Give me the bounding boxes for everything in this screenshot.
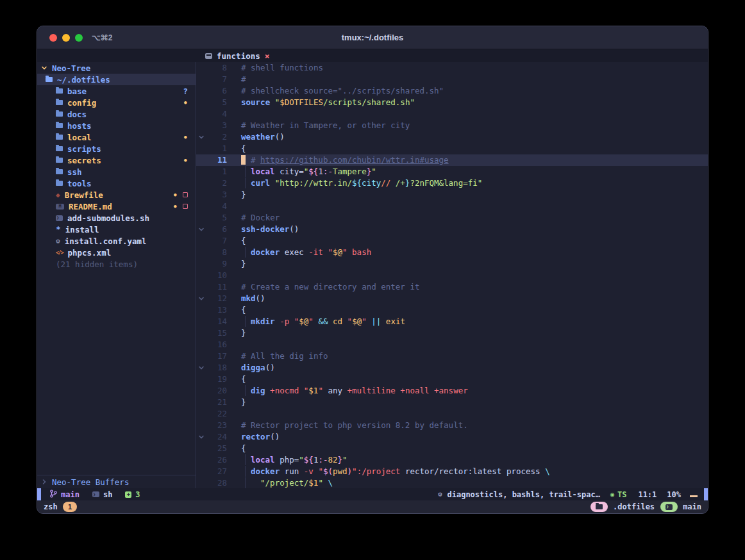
tree-item-secrets[interactable]: secrets• [37, 154, 196, 166]
tmux-window-name[interactable]: zsh [44, 502, 58, 511]
code-line[interactable]: 2weather() [196, 131, 708, 143]
tree-item-brewfile[interactable]: ◆Brewfile• [37, 189, 196, 201]
tree-item-label: tools [67, 179, 92, 188]
code-line[interactable]: 20dig +nocmd "$1" any +multiline +noall … [196, 385, 708, 397]
code-line[interactable]: 27docker run -v "$(pwd)":/project rector… [196, 466, 708, 477]
tree-item-hosts[interactable]: hosts [37, 120, 196, 131]
code-line[interactable]: 23# Rector project to php version 8.2 by… [196, 420, 708, 431]
code-line[interactable]: 13{ [196, 304, 708, 316]
fold-chevron-icon[interactable] [196, 131, 206, 143]
line-text: # Create a new directory and enter it [227, 281, 708, 293]
fold-column [196, 385, 206, 397]
code-line[interactable]: 1{ [196, 143, 708, 154]
tree-item-label: base [67, 86, 87, 96]
fold-chevron-icon[interactable] [196, 362, 206, 374]
code-line[interactable]: 16 [196, 339, 708, 350]
git-modified-icon: • [183, 98, 188, 108]
neo-tree-sidebar: Neo-Tree ~/.dotfiles base?config•docshos… [37, 62, 196, 488]
code-line[interactable]: 25{ [196, 443, 708, 454]
tree-item-phpcs-xml[interactable]: </>phpcs.xml [37, 247, 196, 258]
git-modified-icon: • [183, 133, 188, 142]
git-status-badges: • [172, 202, 188, 211]
tmux-session-dir: .dotfiles [613, 502, 655, 511]
tree-item-readme-md[interactable]: MREADME.md• [37, 201, 196, 212]
code-line[interactable]: 3# Weather in Tampere, or other city [196, 120, 708, 131]
line-number: 7 [206, 74, 227, 85]
code-line[interactable]: 18digga() [196, 362, 708, 374]
tree-item-scripts[interactable]: scripts [37, 143, 196, 154]
code-editor[interactable]: 8# shell functions7#6# shellcheck source… [196, 62, 708, 488]
fold-column [196, 408, 206, 420]
code-line[interactable]: 2curl "http://wttr.in/${city// /+}?2nFQM… [196, 177, 708, 189]
tree-item-install-conf-yaml[interactable]: ⚙install.conf.yaml [37, 235, 196, 247]
tree-item-label: install.conf.yaml [65, 236, 147, 246]
folder-icon [56, 158, 63, 163]
code-line[interactable]: 8# shell functions [196, 62, 708, 74]
tree-item-docs[interactable]: docs [37, 108, 196, 120]
fold-chevron-icon[interactable] [196, 293, 206, 304]
fold-column [196, 120, 206, 131]
tree-item-add-submodules-sh[interactable]: ❯add-submodules.sh [37, 212, 196, 224]
code-line[interactable]: 5source "$DOTFILES/scripts/shared.sh" [196, 97, 708, 108]
tree-item-label: hosts [67, 121, 92, 131]
code-line[interactable]: 4 [196, 108, 708, 120]
line-text: } [227, 397, 708, 408]
code-line[interactable]: 8docker exec -it "$@" bash [196, 247, 708, 258]
tree-item-local[interactable]: local• [37, 131, 196, 143]
git-added-segment: + 3 [125, 490, 140, 499]
fold-column [196, 143, 206, 154]
line-text: # shell functions [227, 62, 708, 74]
code-line[interactable]: 17# All the dig info [196, 350, 708, 362]
code-line[interactable]: 19{ [196, 374, 708, 385]
fold-column [196, 443, 206, 454]
code-line[interactable]: 12mkd() [196, 293, 708, 304]
chevron-down-icon [41, 65, 47, 71]
code-line[interactable]: 5# Docker [196, 212, 708, 224]
neo-tree-header[interactable]: Neo-Tree [37, 62, 196, 74]
line-text: # Docker [227, 212, 708, 224]
code-line[interactable]: 14mkdir -p "$@" && cd "$@" || exit [196, 316, 708, 327]
tree-root-dotfiles[interactable]: ~/.dotfiles [37, 74, 196, 85]
code-line[interactable]: 3} [196, 189, 708, 201]
gear-icon: ⚙ [56, 238, 60, 245]
code-line[interactable]: 15} [196, 327, 708, 339]
line-text [227, 339, 708, 350]
tree-item-tools[interactable]: tools [37, 177, 196, 189]
tree-item-ssh[interactable]: ssh [37, 166, 196, 177]
tmux-window-index-badge[interactable]: 1 [63, 502, 78, 512]
fold-column [196, 397, 206, 408]
code-line[interactable]: 6# shellcheck source="../scripts/shared.… [196, 85, 708, 97]
line-number: 26 [206, 454, 227, 466]
tab-close-icon[interactable]: × [265, 52, 270, 60]
fold-chevron-icon[interactable] [196, 224, 206, 235]
code-line[interactable]: 10 [196, 270, 708, 281]
window-titlebar[interactable]: ⌥⌘2 tmux:~/.dotfiles [37, 26, 708, 49]
code-line[interactable]: 28 "/project/$1" \ [196, 477, 708, 488]
tab-functions[interactable]: functions × [205, 51, 270, 61]
line-number: 8 [206, 62, 227, 74]
code-line[interactable]: 6ssh-docker() [196, 224, 708, 235]
tree-item-config[interactable]: config• [37, 97, 196, 108]
code-line[interactable]: 7# [196, 74, 708, 85]
tree-item-base[interactable]: base? [37, 85, 196, 97]
code-line[interactable]: 26local php="${1:-82}" [196, 454, 708, 466]
shell-script-icon: ❯ [56, 215, 63, 221]
tree-item-label: local [67, 133, 92, 142]
code-line[interactable]: 7{ [196, 235, 708, 247]
tree-item-label: secrets [67, 156, 101, 165]
line-text: # https://github.com/chubin/wttr.in#usag… [227, 154, 708, 166]
line-text [227, 108, 708, 120]
code-line[interactable]: 21} [196, 397, 708, 408]
code-line[interactable]: 24rector() [196, 431, 708, 443]
tree-item-install[interactable]: *install [37, 224, 196, 235]
code-line-current[interactable]: 11# https://github.com/chubin/wttr.in#us… [196, 154, 708, 166]
code-line[interactable]: 11# Create a new directory and enter it [196, 281, 708, 293]
fold-chevron-icon[interactable] [196, 431, 206, 443]
neo-tree-buffers-section[interactable]: Neo-Tree Buffers [37, 475, 196, 488]
code-line[interactable]: 22 [196, 408, 708, 420]
chevron-right-icon [41, 479, 47, 485]
folder-icon [596, 504, 603, 509]
code-line[interactable]: 4 [196, 201, 708, 212]
code-line[interactable]: 1local city="${1:-Tampere}" [196, 166, 708, 177]
code-line[interactable]: 9} [196, 258, 708, 270]
